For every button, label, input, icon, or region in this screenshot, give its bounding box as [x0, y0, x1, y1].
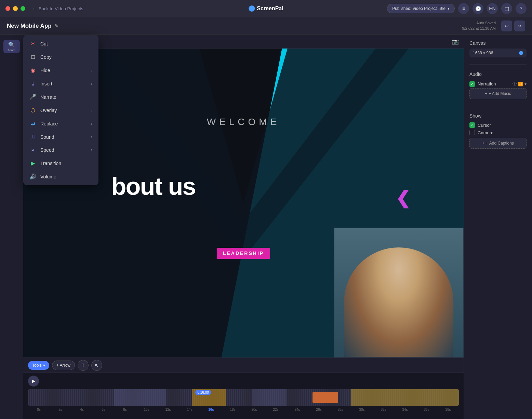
cursor-tool-button[interactable]: ↖: [91, 360, 102, 371]
canvas-resolution-selector[interactable]: 1638 x 986: [469, 49, 527, 57]
camera-checkbox[interactable]: [469, 130, 475, 135]
auto-saved-indicator: Auto Saved 9/27/22 at 11:38 AM: [462, 21, 496, 31]
welcome-text: WELCOME: [207, 117, 280, 127]
project-title: New Mobile App: [7, 23, 52, 29]
tick-36: 36s: [416, 408, 437, 411]
redo-button[interactable]: ↪: [514, 21, 525, 31]
camera-label: Camera: [478, 130, 493, 135]
menu-item-speed[interactable]: » Speed ›: [23, 144, 98, 157]
traffic-lights: [5, 6, 25, 11]
publish-button[interactable]: Published: Video Project Title ▾: [387, 4, 455, 13]
hide-arrow-icon: ›: [91, 68, 92, 73]
volume-bars-icon[interactable]: 📶: [518, 82, 523, 86]
timeline-track[interactable]: [28, 389, 459, 406]
copy-label: Copy: [40, 54, 52, 60]
menu-item-sound[interactable]: ≋ Sound ›: [23, 130, 98, 144]
tick-22: 22s: [265, 408, 287, 411]
menu-item-volume[interactable]: 🔊 Volume: [23, 170, 98, 183]
narration-checkbox[interactable]: ✓: [469, 81, 475, 87]
divider-1: [469, 64, 527, 65]
copy-icon: ⊡: [29, 54, 36, 60]
app-logo: ScreenPal: [249, 5, 283, 12]
plus-music-icon: +: [485, 91, 487, 96]
menu-item-cut[interactable]: ✂ Cut: [23, 37, 98, 50]
undo-button[interactable]: ↩: [501, 21, 512, 31]
tools-button[interactable]: Tools ▾: [28, 361, 49, 370]
show-section-title: Show: [469, 113, 527, 119]
narration-row: ✓ Narration ⓘ 📶 ▾: [469, 80, 527, 88]
sidebar-zoom-button[interactable]: 🔍 Zoom: [3, 40, 20, 53]
back-button[interactable]: ← Back to Video Projects: [32, 6, 83, 11]
track-segment-1: [114, 389, 166, 406]
chevron-down-icon: ▾: [448, 6, 450, 11]
screenshot-button[interactable]: 📷: [452, 38, 459, 45]
audio-section: Audio ✓ Narration ⓘ 📶 ▾ + + Add Music: [469, 71, 527, 99]
menu-item-replace[interactable]: ⇄ Replace ›: [23, 117, 98, 130]
arrow-button[interactable]: + Arrow: [52, 361, 75, 370]
transition-label: Transition: [40, 161, 61, 166]
layers-icon-button[interactable]: ◫: [501, 3, 512, 14]
menu-item-insert[interactable]: ⤓ Insert ›: [23, 77, 98, 90]
menu-item-copy[interactable]: ⊡ Copy: [23, 50, 98, 64]
overlay-arrow-icon: ›: [91, 108, 92, 113]
right-panel: Canvas 1638 x 986 Audio ✓ Narration ⓘ 📶 …: [464, 35, 532, 419]
cursor-label: Cursor: [478, 123, 491, 128]
language-button[interactable]: EN: [487, 3, 498, 14]
info-icon[interactable]: ⓘ: [513, 81, 517, 87]
timeline-content: ▶ 0s 2s 4s 6s 8s 10s 12s: [23, 373, 464, 419]
menu-item-transition[interactable]: ▶ Transition: [23, 157, 98, 170]
sound-arrow-icon: ›: [91, 135, 92, 139]
add-captions-button[interactable]: + + Add Captions: [469, 138, 527, 149]
canvas-section-title: Canvas: [469, 40, 527, 46]
tick-6: 6s: [93, 408, 114, 411]
tick-8: 8s: [114, 408, 136, 411]
clock-icon-button[interactable]: 🕐: [473, 3, 483, 14]
app-name: ScreenPal: [257, 5, 283, 12]
plus-captions-icon: +: [482, 141, 484, 146]
cursor-row: ✓ Cursor: [469, 121, 527, 129]
hide-icon: ◉: [29, 67, 36, 73]
cut-icon: ✂: [29, 40, 36, 47]
playhead-area: ▶: [23, 373, 464, 389]
close-button[interactable]: [5, 6, 10, 11]
person-video: [334, 228, 463, 357]
tick-30: 30s: [351, 408, 373, 411]
tick-32: 32s: [373, 408, 394, 411]
zoom-icon: 🔍: [8, 41, 15, 48]
back-label: Back to Video Projects: [39, 6, 83, 11]
zoom-label: Zoom: [8, 49, 15, 52]
tools-chevron-icon: ▾: [43, 363, 45, 368]
menu-item-overlay[interactable]: ⬡ Overlay ›: [23, 104, 98, 117]
menu-item-hide[interactable]: ◉ Hide ›: [23, 64, 98, 77]
help-icon-button[interactable]: ?: [516, 3, 527, 14]
tick-10: 10s: [136, 408, 157, 411]
project-title-area: New Mobile App ✎: [7, 23, 58, 29]
current-time-badge: 0:16:00: [195, 390, 211, 395]
chevron-down-narration-icon[interactable]: ▾: [524, 82, 527, 86]
back-arrow-icon: ←: [32, 6, 37, 11]
add-captions-label: + Add Captions: [486, 141, 514, 146]
tick-38: 38s: [437, 408, 459, 411]
leadership-badge: LEADERSHIP: [217, 248, 270, 259]
track-segment-gold: [351, 389, 459, 406]
track-segment-orange: [312, 392, 338, 403]
minimize-button[interactable]: [13, 6, 18, 11]
tick-12: 12s: [157, 408, 179, 411]
insert-icon: ⤓: [29, 80, 36, 87]
fullscreen-button[interactable]: [21, 6, 25, 11]
volume-icon: 🔊: [29, 173, 36, 180]
project-bar: New Mobile App ✎ Auto Saved 9/27/22 at 1…: [0, 17, 532, 35]
edit-project-title-icon[interactable]: ✎: [54, 23, 58, 29]
track-segment-2: [252, 389, 287, 406]
speed-arrow-icon: ›: [91, 148, 92, 152]
replace-label: Replace: [40, 121, 58, 126]
menu-item-narrate[interactable]: 🎤 Narrate: [23, 90, 98, 104]
cursor-checkbox[interactable]: ✓: [469, 122, 475, 128]
tick-26: 26s: [308, 408, 330, 411]
text-tool-button[interactable]: T: [78, 360, 89, 371]
narration-icons: ⓘ 📶 ▾: [513, 81, 527, 87]
play-button[interactable]: ▶: [28, 376, 39, 387]
list-icon-button[interactable]: ≡: [458, 3, 469, 14]
add-music-button[interactable]: + + Add Music: [469, 88, 527, 99]
tools-label: Tools: [32, 363, 42, 368]
